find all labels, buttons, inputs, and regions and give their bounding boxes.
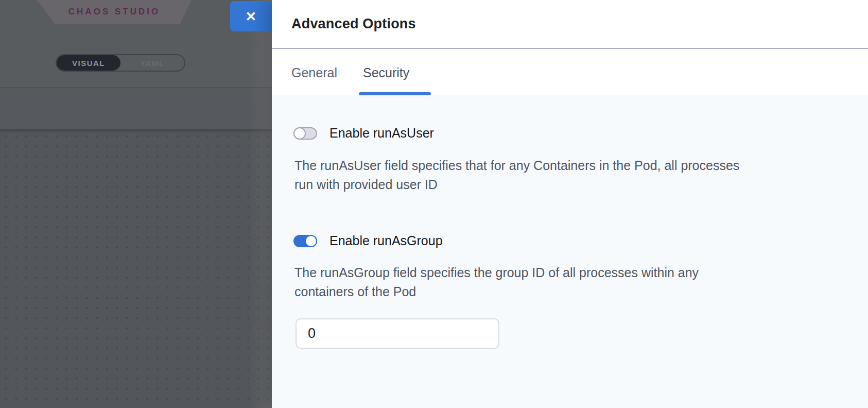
run-as-group-label: Enable runAsGroup (329, 233, 443, 248)
security-tab-content: Enable runAsUser The runAsUser field spe… (272, 95, 868, 408)
toggle-knob (305, 235, 317, 247)
toggle-knob (293, 127, 306, 140)
run-as-group-description-line1: The runAsGroup field specifies the group… (294, 263, 699, 282)
visual-yaml-switcher[interactable]: VISUAL YAML (56, 54, 185, 72)
advanced-options-drawer: Advanced Options General Security Enable… (272, 0, 868, 408)
chaos-studio-ribbon: CHAOS STUDIO (37, 0, 192, 24)
close-drawer-button[interactable]: ✕ (230, 1, 272, 31)
run-as-user-description-line2: run with provided user ID (294, 175, 739, 194)
dimmed-background: CHAOS STUDIO VISUAL YAML (0, 0, 272, 408)
tab-security[interactable]: Security (363, 65, 409, 80)
brand-title: CHAOS STUDIO (68, 7, 160, 17)
close-icon: ✕ (246, 10, 257, 23)
group-id-input[interactable] (296, 318, 499, 349)
dotted-canvas (0, 129, 272, 408)
run-as-user-description: The runAsUser field specifies that for a… (294, 156, 739, 194)
canvas-toolbar-area (0, 88, 272, 129)
run-as-user-label: Enable runAsUser (329, 126, 434, 141)
drawer-tab-bar: General Security (272, 50, 868, 95)
run-as-group-description: The runAsGroup field specifies the group… (294, 263, 699, 301)
drawer-shadow-gradient (249, 0, 272, 408)
drawer-header: Advanced Options (272, 0, 868, 49)
enable-runasuser-toggle[interactable] (293, 127, 317, 140)
run-as-user-row: Enable runAsUser (293, 126, 434, 141)
visual-tab-label: VISUAL (72, 59, 105, 67)
visual-tab[interactable]: VISUAL (57, 55, 120, 71)
enable-runasgroup-toggle[interactable] (293, 235, 317, 247)
run-as-group-description-line2: containers of the Pod (294, 282, 699, 301)
run-as-user-description-line1: The runAsUser field specifies that for a… (294, 156, 739, 175)
yaml-tab[interactable]: YAML (120, 55, 184, 71)
tab-general[interactable]: General (291, 65, 337, 80)
yaml-tab-label: YAML (140, 59, 164, 67)
run-as-group-row: Enable runAsGroup (293, 233, 443, 248)
drawer-title: Advanced Options (291, 16, 416, 32)
